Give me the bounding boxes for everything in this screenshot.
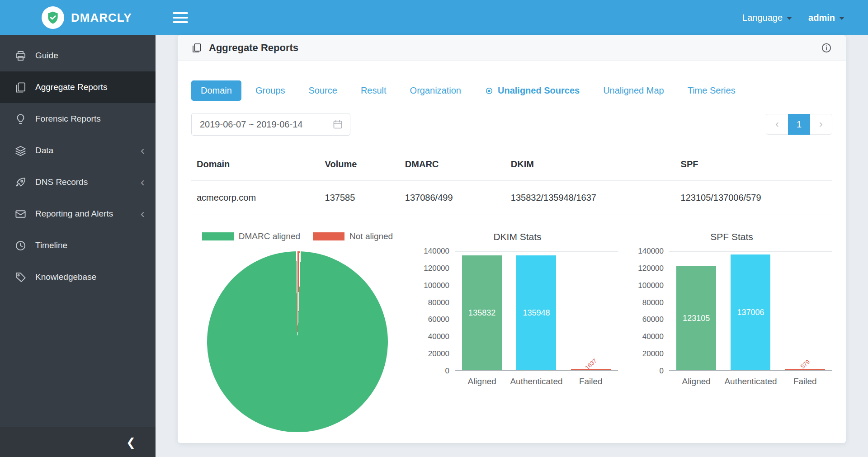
tab-label: Unaligned Map	[603, 85, 664, 96]
prev-page-button[interactable]: ‹	[766, 114, 788, 135]
table-cell: acmecorp.com	[191, 181, 320, 215]
sidebar-item-dns-records[interactable]: DNS Records‹	[0, 166, 156, 198]
table-cell: 137086/499	[400, 181, 505, 215]
info-icon[interactable]	[821, 42, 832, 54]
table-cell: 137585	[320, 181, 400, 215]
sidebar-item-timeline[interactable]: Timeline	[0, 230, 156, 261]
user-label: admin	[808, 13, 835, 23]
table-cell: 123105/137006/579	[675, 181, 832, 215]
tab-source[interactable]: Source	[299, 80, 347, 101]
date-range-picker[interactable]: 2019-06-07 ~ 2019-06-14	[191, 113, 350, 136]
chevron-left-icon: ‹	[775, 118, 778, 130]
bar-column-failed: 579	[778, 252, 832, 370]
hamburger-menu-button[interactable]	[173, 12, 188, 23]
card-header: Aggregate Reports	[178, 35, 846, 61]
y-axis: 140000120000100000800006000040000200000	[631, 251, 669, 371]
sidebar-item-guide[interactable]: Guide	[0, 40, 156, 71]
chevron-left-icon: ‹	[141, 207, 145, 220]
column-header-dmarc: DMARC	[400, 148, 505, 181]
y-tick-label: 80000	[642, 298, 664, 307]
bars: 123105137006579	[669, 252, 832, 370]
chart-plot: 1400001200001000008000060000400002000001…	[417, 251, 618, 371]
pagination: ‹ 1 ›	[766, 114, 832, 135]
target-icon	[485, 86, 494, 95]
bar-column-aligned: 123105	[669, 252, 723, 370]
tab-label: Domain	[201, 85, 232, 96]
language-dropdown[interactable]: Language	[742, 13, 792, 23]
sidebar-item-reporting-and-alerts[interactable]: Reporting and Alerts‹	[0, 198, 156, 230]
aggregate-reports-icon	[14, 81, 27, 94]
chevron-left-icon: ‹	[141, 176, 145, 188]
tab-label: Time Series	[688, 85, 736, 96]
x-tick-label: Authenticated	[509, 377, 563, 386]
brand-logo[interactable]: DMARCLY	[0, 0, 156, 35]
date-range-value: 2019-06-07 ~ 2019-06-14	[200, 119, 302, 130]
tab-unaligned-map[interactable]: Unaligned Map	[594, 80, 674, 101]
dmarc-alignment-pie-block: DMARC alignedNot aligned	[191, 231, 404, 432]
x-axis-labels: AlignedAuthenticatedFailed	[669, 377, 832, 386]
sidebar-item-data[interactable]: Data‹	[0, 135, 156, 166]
x-tick-label: Failed	[564, 377, 618, 386]
y-tick-label: 100000	[638, 281, 664, 290]
y-tick-label: 60000	[642, 315, 664, 324]
tab-label: Organization	[410, 85, 461, 96]
legend-swatch	[202, 232, 234, 240]
tab-groups[interactable]: Groups	[246, 80, 295, 101]
legend-label: DMARC aligned	[239, 231, 300, 241]
chart-title: SPF Stats	[631, 231, 832, 242]
sidebar-collapse-button[interactable]: ❮	[0, 427, 156, 457]
bar-column-authenticated: 137006	[723, 252, 778, 370]
x-tick-label: Authenticated	[723, 377, 778, 386]
tab-label: Groups	[255, 85, 285, 96]
y-tick-label: 60000	[428, 315, 449, 324]
aggregate-report-table: DomainVolumeDMARCDKIMSPF acmecorp.com137…	[191, 148, 832, 215]
data-icon	[14, 145, 27, 157]
plot-area: 123105137006579	[669, 251, 832, 371]
tab-unaligned-sources[interactable]: Unaligned Sources	[475, 80, 589, 101]
dmarc-alignment-pie-chart	[207, 251, 388, 432]
chart-plot: 1400001200001000008000060000400002000001…	[631, 251, 832, 371]
bar-aligned: 123105	[676, 266, 716, 370]
sidebar-item-label: DNS Records	[35, 177, 88, 187]
chart-title: DKIM Stats	[417, 231, 618, 242]
tab-label: Source	[309, 85, 337, 96]
bar-aligned: 135832	[462, 255, 502, 370]
sidebar-item-forensic-reports[interactable]: Forensic Reports	[0, 103, 156, 135]
sidebar-nav: GuideAggregate ReportsForensic ReportsDa…	[0, 35, 156, 427]
column-header-volume: Volume	[320, 148, 400, 181]
sidebar-item-aggregate-reports[interactable]: Aggregate Reports	[0, 71, 156, 103]
bar-chart-dkim-stats: DKIM Stats140000120000100000800006000040…	[417, 231, 618, 386]
legend-swatch	[313, 232, 344, 240]
column-header-domain: Domain	[191, 148, 320, 181]
column-header-dkim: DKIM	[505, 148, 675, 181]
tab-result[interactable]: Result	[351, 80, 396, 101]
bar-authenticated: 137006	[731, 254, 770, 370]
y-tick-label: 140000	[424, 247, 449, 256]
bar-value-label: 137006	[737, 307, 764, 317]
guide-icon	[14, 50, 27, 62]
sidebar-item-knowledgebase[interactable]: Knowledgebase	[0, 261, 156, 293]
bar-chart-spf-stats: SPF Stats1400001200001000008000060000400…	[631, 231, 832, 386]
page-1-button[interactable]: 1	[788, 114, 810, 135]
tab-time-series[interactable]: Time Series	[678, 80, 745, 101]
user-dropdown[interactable]: admin	[808, 13, 844, 23]
bar-failed: 1637	[571, 369, 611, 370]
tab-label: Unaligned Sources	[498, 85, 580, 96]
table-cell: 135832/135948/1637	[505, 181, 675, 215]
sidebar-item-label: Reporting and Alerts	[35, 209, 113, 219]
tab-organization[interactable]: Organization	[401, 80, 471, 101]
tab-domain[interactable]: Domain	[191, 80, 241, 101]
pie-legend: DMARC alignedNot aligned	[202, 231, 393, 241]
table-row: acmecorp.com137585137086/499135832/13594…	[191, 181, 832, 215]
y-tick-label: 40000	[642, 332, 664, 341]
legend-item-not-aligned[interactable]: Not aligned	[313, 231, 393, 241]
bar-column-failed: 1637	[564, 252, 618, 370]
y-tick-label: 20000	[642, 349, 664, 358]
bar-column-aligned: 135832	[455, 252, 509, 370]
table-header-row: DomainVolumeDMARCDKIMSPF	[191, 148, 832, 181]
bar-authenticated: 135948	[516, 255, 556, 370]
timeline-icon	[14, 240, 27, 252]
bar-value-label: 135832	[468, 308, 495, 317]
legend-item-dmarc-aligned[interactable]: DMARC aligned	[202, 231, 300, 241]
next-page-button[interactable]: ›	[810, 114, 832, 135]
